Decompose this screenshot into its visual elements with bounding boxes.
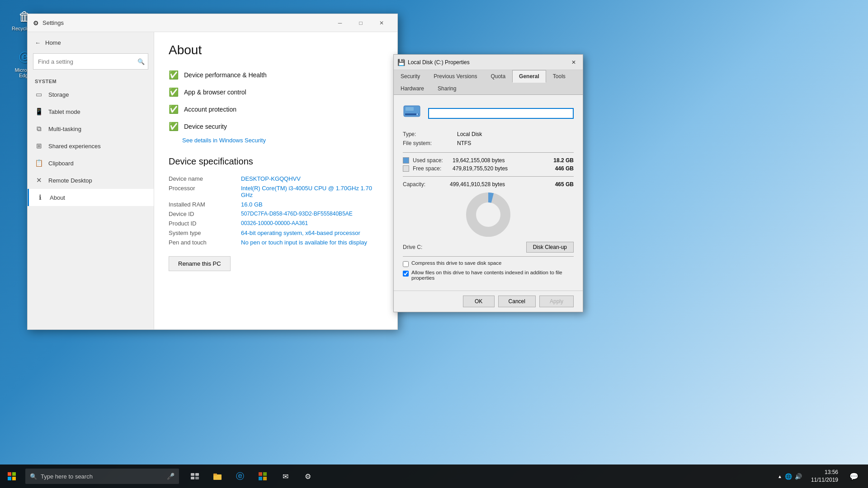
security-item-device-security: ✅ Device security <box>169 118 383 135</box>
search-icon: 🔍 <box>137 58 145 65</box>
taskbar: 🔍 Type here to search 🎤 ⓔ <box>0 465 868 488</box>
page-title: About <box>169 43 383 57</box>
spec-value-device-id: 507DC7FA-D858-476D-93D2-BF555840B5AE <box>241 211 353 217</box>
rename-pc-button[interactable]: Rename this PC <box>169 256 231 271</box>
svg-rect-9 <box>8 477 11 480</box>
see-details-link[interactable]: See details in Windows Security <box>182 137 383 144</box>
spec-label-device-id: Device ID <box>169 211 241 217</box>
spec-row-processor: Processor Intel(R) Core(TM) i3-4005U CPU… <box>169 183 383 200</box>
device-security-label: Device security <box>184 123 227 130</box>
settings-taskbar-button[interactable]: ⚙ <box>297 465 318 488</box>
sidebar-item-remote-desktop[interactable]: ✕ Remote Desktop <box>28 172 154 189</box>
store-taskbar-button[interactable] <box>252 465 273 488</box>
microphone-icon: 🎤 <box>167 473 175 480</box>
used-space-row: Used space: 19,642,155,008 bytes 18.2 GB <box>403 157 574 164</box>
taskbar-search-box[interactable]: 🔍 Type here to search 🎤 <box>25 469 179 484</box>
mail-taskbar-button[interactable]: ✉ <box>275 465 296 488</box>
index-label: Allow files on this drive to have conten… <box>411 270 574 281</box>
spec-row-pen-touch: Pen and touch No pen or touch input is a… <box>169 238 383 247</box>
disk-cleanup-button[interactable]: Disk Clean-up <box>526 242 574 253</box>
drive-icon: 💾 <box>397 59 405 66</box>
dialog-titlebar: 💾 Local Disk (C:) Properties ✕ <box>394 55 583 70</box>
drive-name-input[interactable] <box>428 108 574 119</box>
dialog-close-button[interactable]: ✕ <box>568 57 579 68</box>
sidebar-item-storage[interactable]: ▭ Storage <box>28 86 154 103</box>
tab-quota[interactable]: Quota <box>484 70 512 83</box>
network-icon[interactable]: 🌐 <box>785 473 792 480</box>
free-color-box <box>403 165 409 172</box>
settings-window: ⚙ Settings ─ □ ✕ ← Home 🔍 System <box>27 14 398 330</box>
maximize-button[interactable]: □ <box>350 14 371 32</box>
filesystem-label: File system: <box>403 140 457 146</box>
sidebar-item-tablet-mode[interactable]: 📱 Tablet mode <box>28 103 154 120</box>
sidebar-back-home[interactable]: ← Home <box>28 36 154 50</box>
device-performance-label: Device performance & Health <box>184 71 267 79</box>
tray-arrow-icon[interactable]: ▲ <box>778 474 782 479</box>
file-explorer-button[interactable] <box>207 465 228 488</box>
svg-rect-12 <box>195 473 199 476</box>
filesystem-value: NTFS <box>457 140 574 146</box>
ok-button[interactable]: OK <box>463 296 495 307</box>
tab-previous-versions[interactable]: Previous Versions <box>427 70 484 83</box>
storage-label: Storage <box>48 91 69 98</box>
about-label: About <box>50 194 65 201</box>
sidebar-item-shared-experiences[interactable]: ⊞ Shared experiences <box>28 137 154 155</box>
spec-label-ram: Installed RAM <box>169 201 241 208</box>
dialog-tabs: Security Previous Versions Quota General… <box>394 70 583 95</box>
svg-rect-8 <box>12 472 16 476</box>
filesystem-row: File system: NTFS <box>403 139 574 148</box>
volume-icon[interactable]: 🔊 <box>795 473 802 480</box>
separator3 <box>403 256 574 257</box>
tab-general[interactable]: General <box>512 70 546 83</box>
sidebar-item-multitasking[interactable]: ⧉ Multi-tasking <box>28 120 154 137</box>
tab-security[interactable]: Security <box>394 70 427 83</box>
compress-label: Compress this drive to save disk space <box>411 260 501 266</box>
compress-checkbox[interactable] <box>403 261 409 267</box>
storage-icon: ▭ <box>35 90 43 99</box>
svg-rect-10 <box>12 477 16 480</box>
index-checkbox[interactable] <box>403 271 409 277</box>
multitasking-icon: ⧉ <box>35 125 43 133</box>
spec-label-product-id: Product ID <box>169 220 241 227</box>
settings-title-text: Settings <box>42 19 64 26</box>
capacity-bytes: 499,461,910,528 bytes <box>450 181 547 188</box>
free-space-label: Free space: <box>413 165 449 172</box>
apply-button[interactable]: Apply <box>539 296 574 307</box>
tab-tools[interactable]: Tools <box>546 70 572 83</box>
tablet-mode-icon: 📱 <box>35 108 43 116</box>
start-button[interactable] <box>0 465 24 488</box>
minimize-button[interactable]: ─ <box>330 14 350 32</box>
check-icon-account-protection: ✅ <box>169 104 179 114</box>
taskbar-search-icon: 🔍 <box>30 473 37 480</box>
edge-taskbar-button[interactable]: ⓔ <box>230 465 250 488</box>
notification-button[interactable]: 💬 <box>844 465 864 488</box>
dialog-buttons: OK Cancel Apply <box>394 291 583 312</box>
sidebar-item-clipboard[interactable]: 📋 Clipboard <box>28 155 154 172</box>
used-color-box <box>403 157 409 164</box>
svg-rect-18 <box>263 472 267 476</box>
taskbar-right-area: ▲ 🌐 🔊 13:56 11/11/2019 💬 <box>774 465 868 488</box>
back-arrow-icon: ← <box>35 39 41 46</box>
system-tray-icons: ▲ 🌐 🔊 <box>774 473 806 480</box>
remote-desktop-label: Remote Desktop <box>48 177 92 184</box>
home-label: Home <box>45 39 61 46</box>
sidebar-item-about[interactable]: ℹ About <box>28 189 154 206</box>
drive-header <box>403 102 574 124</box>
close-button[interactable]: ✕ <box>371 14 392 32</box>
tab-hardware[interactable]: Hardware <box>394 82 431 95</box>
type-label: Type: <box>403 131 457 137</box>
cancel-button[interactable]: Cancel <box>498 296 536 307</box>
sidebar-search-area: 🔍 <box>33 53 148 70</box>
drive-c-label: Drive C: <box>403 244 422 250</box>
svg-point-2 <box>416 113 418 115</box>
tab-sharing[interactable]: Sharing <box>431 82 463 95</box>
spec-label-device-name: Device name <box>169 175 241 182</box>
taskbar-app-icons: ⓔ ✉ ⚙ <box>184 465 318 488</box>
clock-display[interactable]: 13:56 11/11/2019 <box>807 469 842 484</box>
find-setting-input[interactable] <box>33 53 148 70</box>
task-view-button[interactable] <box>184 465 205 488</box>
used-space-label: Used space: <box>413 157 449 164</box>
svg-rect-14 <box>195 477 199 479</box>
desktop: 🗑 Recycle Bin ⓔ Microsoft Edge ⚙ Setting… <box>0 0 868 488</box>
svg-rect-16 <box>213 474 217 475</box>
